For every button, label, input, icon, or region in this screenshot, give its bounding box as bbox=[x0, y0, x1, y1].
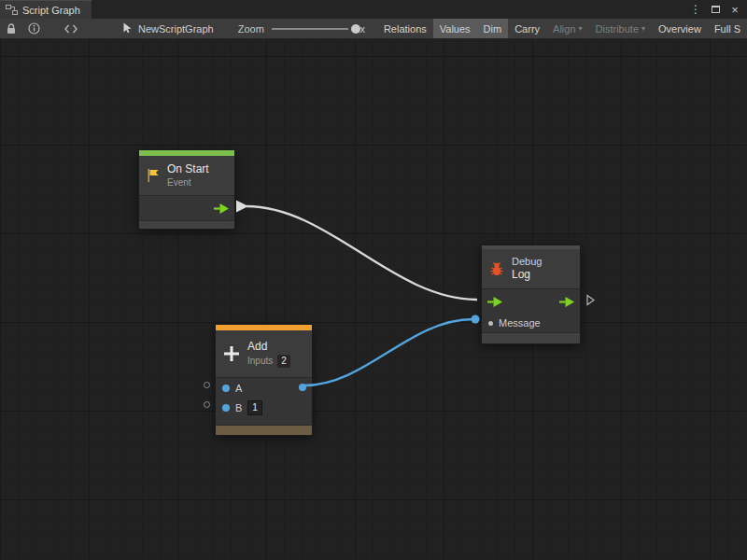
add-output-port[interactable] bbox=[299, 384, 306, 391]
node-add[interactable]: Add Inputs 2 A B 1 bbox=[215, 324, 313, 436]
graph-canvas[interactable]: On Start Event bbox=[0, 39, 747, 560]
chevron-down-icon: ▾ bbox=[579, 24, 583, 33]
dim-button[interactable]: Dim bbox=[477, 19, 509, 39]
value-wire[interactable] bbox=[304, 319, 473, 385]
node-footer bbox=[482, 332, 580, 343]
toolbar: NewScriptGraph Zoom 1x Relations Values … bbox=[0, 19, 747, 39]
node-header[interactable]: Debug Log bbox=[482, 249, 580, 288]
node-title: Add bbox=[247, 340, 290, 355]
tab-script-graph[interactable]: Script Graph bbox=[0, 0, 92, 19]
info-icon[interactable] bbox=[28, 19, 40, 39]
cursor-icon bbox=[122, 22, 133, 35]
inputs-count-field[interactable]: 2 bbox=[277, 355, 290, 368]
values-button[interactable]: Values bbox=[433, 19, 477, 39]
node-footer bbox=[216, 425, 312, 435]
flow-wire-start-arrow bbox=[236, 201, 248, 213]
plus-icon bbox=[222, 344, 241, 363]
port-b-label: B bbox=[235, 402, 242, 413]
node-title: On Start bbox=[167, 162, 209, 177]
align-button[interactable]: Align ▾ bbox=[546, 19, 588, 39]
node-header[interactable]: Add Inputs 2 bbox=[216, 330, 312, 377]
input-port-a[interactable] bbox=[222, 385, 230, 392]
message-input-port[interactable] bbox=[488, 321, 493, 326]
distribute-label: Distribute bbox=[596, 23, 639, 35]
overview-button[interactable]: Overview bbox=[652, 19, 708, 39]
graph-name-label: NewScriptGraph bbox=[138, 23, 214, 35]
bug-icon bbox=[488, 260, 505, 277]
window-controls: ⋮ × bbox=[689, 0, 747, 19]
flag-icon bbox=[146, 168, 161, 183]
unconnected-port-indicator[interactable] bbox=[204, 401, 210, 408]
input-port-b[interactable] bbox=[222, 404, 230, 412]
node-subtitle: Event bbox=[167, 176, 209, 189]
tab-title: Script Graph bbox=[22, 5, 80, 16]
node-spacer bbox=[216, 417, 312, 425]
script-graph-window: Script Graph ⋮ × bbox=[0, 0, 747, 560]
flow-input-port[interactable] bbox=[487, 297, 502, 307]
graph-name-button[interactable]: NewScriptGraph bbox=[122, 22, 214, 35]
port-b-value-field[interactable]: 1 bbox=[247, 400, 262, 415]
inputs-label: Inputs bbox=[247, 355, 273, 367]
node-on-start-event[interactable]: On Start Event bbox=[138, 149, 235, 230]
zoom-slider-track bbox=[272, 28, 348, 30]
fullscreen-button[interactable]: Full S bbox=[708, 19, 747, 39]
node-category: Debug bbox=[512, 255, 542, 268]
flow-continuation-icon bbox=[586, 294, 595, 306]
relations-button[interactable]: Relations bbox=[377, 19, 433, 39]
node-header[interactable]: On Start Event bbox=[139, 156, 234, 195]
titlebar: Script Graph ⋮ × bbox=[0, 0, 747, 19]
value-wire-endpoint[interactable] bbox=[472, 315, 480, 324]
zoom-label: Zoom bbox=[238, 23, 264, 35]
distribute-button[interactable]: Distribute ▾ bbox=[589, 19, 652, 39]
zoom-slider[interactable] bbox=[272, 23, 348, 35]
port-a-label: A bbox=[235, 383, 242, 394]
flow-output-port[interactable] bbox=[214, 203, 229, 214]
node-title: Log bbox=[512, 268, 542, 283]
carry-button[interactable]: Carry bbox=[508, 19, 546, 39]
message-port-label: Message bbox=[499, 317, 541, 329]
maximize-button[interactable] bbox=[709, 2, 722, 17]
node-debug-log[interactable]: Debug Log Message bbox=[481, 245, 581, 344]
node-footer bbox=[139, 220, 234, 229]
flow-wire[interactable] bbox=[247, 206, 477, 300]
lock-icon[interactable] bbox=[6, 19, 17, 39]
chevron-down-icon: ▾ bbox=[641, 24, 645, 33]
maximize-icon bbox=[712, 6, 720, 13]
align-label: Align bbox=[553, 23, 575, 35]
zoom-slider-handle[interactable] bbox=[351, 24, 360, 34]
code-icon[interactable] bbox=[64, 19, 78, 39]
menu-icon[interactable]: ⋮ bbox=[689, 2, 702, 17]
close-icon[interactable]: × bbox=[728, 2, 741, 17]
flow-output-port[interactable] bbox=[559, 297, 574, 307]
unconnected-port-indicator[interactable] bbox=[204, 382, 210, 388]
script-graph-icon bbox=[6, 5, 18, 15]
